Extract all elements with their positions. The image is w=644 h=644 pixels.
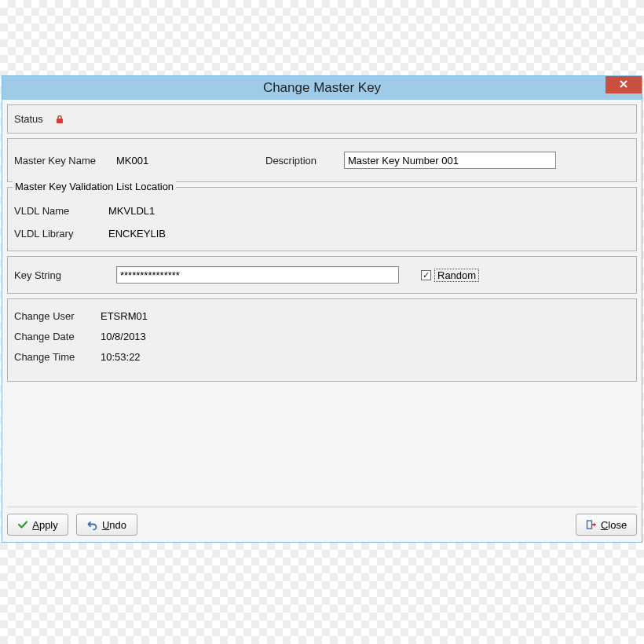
master-key-panel: Master Key Name MK001 Description (7, 138, 637, 182)
status-panel: Status (7, 104, 637, 134)
change-date-label: Change Date (14, 331, 93, 342)
exit-icon (586, 519, 597, 530)
random-checkbox-label[interactable]: Random (434, 269, 479, 282)
window-title: Change Master Key (263, 80, 381, 96)
master-key-name-value: MK001 (116, 155, 250, 166)
change-user-label: Change User (14, 310, 93, 322)
check-icon (17, 519, 28, 530)
close-button-label: Close (601, 519, 627, 531)
close-button[interactable]: Close (576, 514, 637, 536)
button-bar: Apply Undo Close (7, 507, 637, 536)
content-area: Status Master Key Name MK001 Description… (2, 100, 642, 391)
vldl-legend: Master Key Validation List Location (13, 181, 176, 192)
master-key-name-label: Master Key Name (14, 155, 108, 166)
keystring-input[interactable] (116, 266, 399, 284)
apply-button-label: Apply (32, 519, 58, 531)
undo-button[interactable]: Undo (76, 514, 137, 536)
dialog-window: Change Master Key Status Maste (2, 75, 642, 543)
vldl-fieldset: Master Key Validation List Location VLDL… (7, 187, 637, 251)
svg-rect-0 (57, 119, 63, 123)
undo-button-label: Undo (102, 519, 126, 531)
change-user-value: ETSRM01 (101, 310, 148, 322)
keystring-label: Key String (14, 269, 108, 281)
window-close-button[interactable] (606, 76, 642, 93)
vldl-library-label: VLDL Library (14, 228, 108, 240)
titlebar: Change Master Key (2, 76, 642, 100)
lock-icon (54, 114, 65, 125)
description-label: Description (265, 155, 336, 166)
change-info-panel: Change User ETSRM01 Change Date 10/8/201… (7, 298, 637, 382)
description-input[interactable] (344, 152, 556, 169)
change-time-value: 10:53:22 (101, 351, 141, 363)
status-label: Status (14, 113, 43, 125)
change-time-label: Change Time (14, 351, 93, 363)
random-checkbox[interactable]: ✓ (421, 270, 431, 280)
vldl-name-label: VLDL Name (14, 205, 108, 217)
svg-rect-1 (587, 521, 591, 529)
undo-icon (87, 519, 98, 530)
vldl-library-value: ENCKEYLIB (108, 228, 166, 240)
keystring-panel: Key String ✓ Random (7, 256, 637, 294)
change-date-value: 10/8/2013 (101, 331, 146, 342)
vldl-name-value: MKVLDL1 (108, 205, 155, 217)
apply-button[interactable]: Apply (7, 514, 68, 536)
close-icon (619, 79, 628, 91)
